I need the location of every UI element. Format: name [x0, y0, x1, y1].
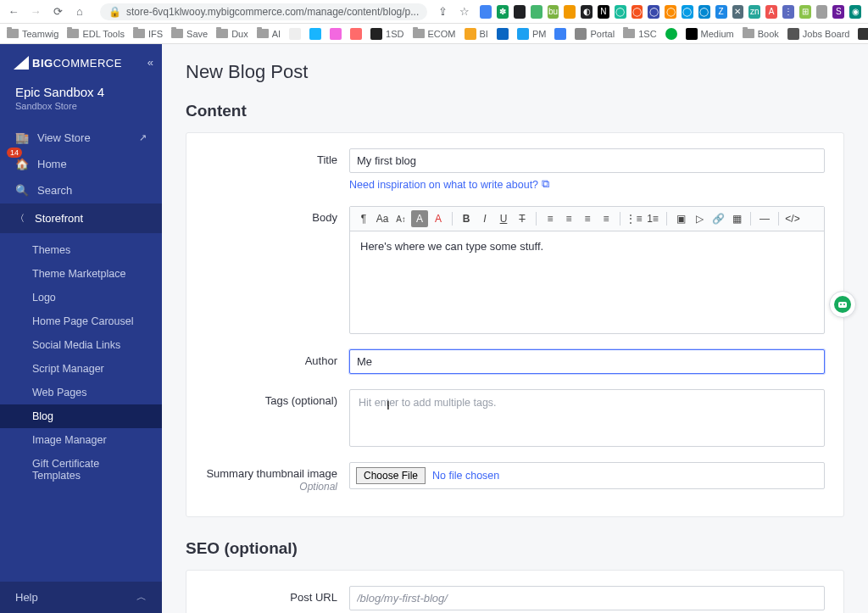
- font-family-icon[interactable]: Aa: [374, 210, 391, 227]
- sidebar-item-web-pages[interactable]: Web Pages: [0, 381, 162, 404]
- bookmark[interactable]: EDL Tools: [67, 29, 125, 39]
- bookmark[interactable]: AI: [257, 29, 281, 39]
- post-url-input[interactable]: [349, 586, 825, 610]
- home-button[interactable]: ⌂: [73, 5, 86, 19]
- reload-button[interactable]: ⟳: [51, 5, 64, 19]
- ext-icon[interactable]: A: [765, 5, 777, 19]
- hr-icon[interactable]: —: [756, 210, 773, 227]
- ext-icon[interactable]: ⋮: [782, 5, 794, 19]
- bookmark[interactable]: Dux: [216, 29, 248, 39]
- star-icon[interactable]: ☆: [458, 5, 471, 19]
- bullet-list-icon[interactable]: ⋮≡: [626, 210, 643, 227]
- sidebar-item-home-page-carousel[interactable]: Home Page Carousel: [0, 309, 162, 333]
- address-bar[interactable]: 🔒 store-6vq1klwooy.mybigcommerce.com/man…: [100, 3, 427, 20]
- ext-icon[interactable]: [480, 5, 492, 19]
- ext-icon[interactable]: ◉: [849, 5, 861, 19]
- number-list-icon[interactable]: 1≡: [644, 210, 661, 227]
- ext-icon[interactable]: ✽: [497, 5, 509, 19]
- bookmark[interactable]: [497, 28, 509, 40]
- bookmark[interactable]: ECOM: [413, 29, 456, 39]
- italic-icon[interactable]: I: [476, 210, 493, 227]
- ext-icon[interactable]: [514, 5, 526, 19]
- ext-icon[interactable]: ◐: [581, 5, 593, 19]
- back-button[interactable]: ←: [7, 5, 20, 19]
- ext-icon[interactable]: ◯: [648, 5, 659, 19]
- align-right-icon[interactable]: ≡: [579, 210, 596, 227]
- bookmark[interactable]: 1SD: [370, 28, 403, 40]
- bookmark[interactable]: Jobs Board: [787, 28, 850, 40]
- storefront-section[interactable]: 〈 Storefront: [0, 203, 162, 233]
- bookmark[interactable]: [330, 28, 342, 40]
- ext-icon[interactable]: Z: [715, 5, 727, 19]
- author-input[interactable]: [349, 349, 825, 374]
- bookmark[interactable]: Book: [743, 29, 779, 39]
- bookmark[interactable]: Portal: [575, 28, 615, 40]
- sidebar-item-gift-certificate-templates[interactable]: Gift Certificate Templates: [0, 452, 162, 488]
- sidebar-item-blog[interactable]: Blog: [0, 404, 162, 428]
- bookmark[interactable]: Teamwig: [7, 29, 58, 39]
- bookmark[interactable]: IFS: [133, 29, 163, 39]
- help-link[interactable]: Help ︿: [0, 582, 162, 613]
- ext-icon[interactable]: ✕: [732, 5, 744, 19]
- text-bg-icon[interactable]: A: [411, 210, 428, 227]
- ext-icon[interactable]: ◯: [665, 5, 676, 19]
- sidebar-item-image-manager[interactable]: Image Manager: [0, 428, 162, 452]
- text-color-icon[interactable]: A: [430, 210, 447, 227]
- ext-icon[interactable]: [531, 5, 542, 19]
- bookmark[interactable]: Save: [171, 29, 208, 39]
- bookmark[interactable]: [350, 28, 362, 40]
- ext-icon[interactable]: [816, 5, 828, 19]
- bookmark[interactable]: [309, 28, 321, 40]
- image-icon[interactable]: ▣: [672, 210, 689, 227]
- strike-icon[interactable]: T: [514, 210, 531, 227]
- ext-icon[interactable]: ◯: [615, 5, 626, 19]
- sidebar-item-script-manager[interactable]: Script Manager: [0, 357, 162, 381]
- search-link[interactable]: 🔍 Search: [0, 177, 162, 203]
- home-link[interactable]: 🏠 14 Home: [0, 151, 162, 177]
- inspiration-link[interactable]: Need inspiration on what to write about?…: [349, 178, 549, 191]
- font-size-icon[interactable]: A↕: [392, 210, 409, 227]
- ext-icon[interactable]: bu: [548, 5, 559, 19]
- forward-button[interactable]: →: [29, 5, 42, 19]
- choose-file-button[interactable]: Choose File: [356, 467, 426, 484]
- title-input[interactable]: [349, 148, 825, 173]
- bookmark[interactable]: Medium: [686, 28, 734, 40]
- brand-logo[interactable]: BIGCOMMERCE: [0, 44, 162, 78]
- video-icon[interactable]: ▷: [691, 210, 708, 227]
- underline-icon[interactable]: U: [495, 210, 512, 227]
- bold-icon[interactable]: B: [458, 210, 475, 227]
- ext-icon[interactable]: ◯: [632, 5, 643, 19]
- collapse-sidebar-icon[interactable]: «: [147, 56, 153, 69]
- bookmark[interactable]: [665, 28, 677, 40]
- paragraph-format-icon[interactable]: ¶: [355, 210, 372, 227]
- chevron-up-icon: ︿: [136, 590, 147, 605]
- sidebar-item-logo[interactable]: Logo: [0, 286, 162, 309]
- sidebar-item-theme-marketplace[interactable]: Theme Marketplace: [0, 262, 162, 286]
- bookmark[interactable]: BCQA: [858, 28, 868, 40]
- bookmark[interactable]: BI: [465, 28, 488, 40]
- align-left-icon[interactable]: ≡: [542, 210, 559, 227]
- table-icon[interactable]: ▦: [728, 210, 745, 227]
- ext-icon[interactable]: ⊞: [799, 5, 811, 19]
- share-icon[interactable]: ⇪: [436, 5, 449, 19]
- source-code-icon[interactable]: </>: [784, 210, 801, 227]
- body-textarea[interactable]: Here's where we can type some stuff.: [350, 231, 824, 333]
- ext-icon[interactable]: N: [598, 5, 609, 19]
- bookmark[interactable]: [554, 28, 566, 40]
- help-widget[interactable]: [829, 291, 856, 318]
- link-icon[interactable]: 🔗: [709, 210, 726, 227]
- sidebar-item-themes[interactable]: Themes: [0, 238, 162, 262]
- align-center-icon[interactable]: ≡: [560, 210, 577, 227]
- tags-input[interactable]: Hit enter to add multiple tags.: [349, 389, 825, 447]
- bookmark[interactable]: PM: [517, 28, 547, 40]
- ext-icon[interactable]: ◯: [698, 5, 710, 19]
- sidebar-item-social-media-links[interactable]: Social Media Links: [0, 333, 162, 357]
- ext-icon[interactable]: S: [832, 5, 844, 19]
- ext-icon[interactable]: zn: [748, 5, 760, 19]
- ext-icon[interactable]: ◯: [682, 5, 693, 19]
- align-justify-icon[interactable]: ≡: [598, 210, 615, 227]
- bookmark[interactable]: [289, 28, 301, 40]
- bookmark[interactable]: 1SC: [623, 29, 656, 39]
- ext-icon[interactable]: [564, 5, 576, 19]
- view-store-link[interactable]: 🏬 View Store ↗: [0, 125, 162, 151]
